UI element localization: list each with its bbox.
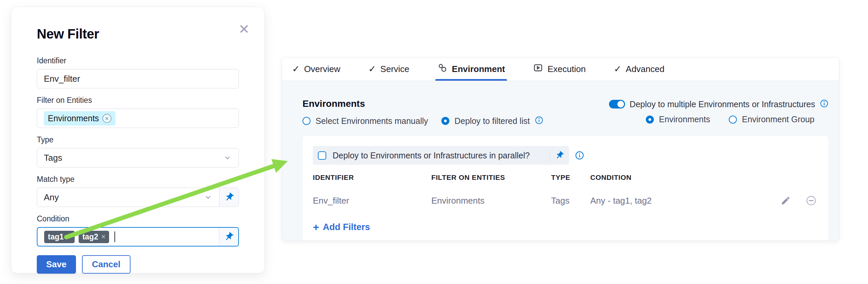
environments-chip-label: Environments [48,114,99,123]
type-select[interactable]: Tags [37,148,239,167]
remove-row-icon[interactable] [805,195,817,206]
info-icon[interactable] [820,99,829,109]
modal-title: New Filter [37,26,239,41]
environments-chip: Environments × [44,111,116,125]
cell-filter-on-entities: Environments [431,196,551,206]
cell-identifier: Env_filter [313,196,431,206]
add-filters-button[interactable]: + Add Filters [313,222,818,232]
filters-table: IDENTIFIER FILTER ON ENTITIES TYPE CONDI… [313,173,818,206]
type-label: Type [37,135,239,144]
edit-pencil-icon[interactable] [781,196,791,206]
tab-environment[interactable]: Environment [437,58,505,81]
radio-unselected-icon[interactable] [729,116,737,123]
tag-chip-label: tag1 [48,232,64,242]
tab-label: Advanced [626,64,664,74]
environment-icon [437,63,447,75]
new-filter-modal: ✕ New Filter Identifier Env_filter Filte… [11,7,265,273]
pipeline-stage-panel: ✓ Overview ✓ Service Environment [282,57,839,241]
tag-chip-label: tag2 [82,232,98,242]
radio-selected-icon[interactable] [441,117,450,125]
match-type-field-group: Match type Any [37,175,239,207]
multi-env-toggle[interactable] [609,100,625,109]
multi-env-controls: Deploy to multiple Environments or Infra… [609,98,829,124]
tab-service[interactable]: ✓ Service [368,58,409,81]
toggle-knob [617,101,624,108]
identifier-field-group: Identifier Env_filter [37,56,239,88]
pin-icon[interactable] [219,188,239,207]
identifier-input[interactable]: Env_filter [37,69,239,88]
col-identifier: IDENTIFIER [313,173,431,181]
remove-tag-icon[interactable]: × [101,232,105,241]
entities-input[interactable]: Environments × [37,109,239,128]
add-filters-label: Add Filters [323,222,370,232]
stage-tabbar: ✓ Overview ✓ Service Environment [282,58,839,81]
radio-label: Deploy to filtered list [455,116,530,126]
entities-field-group: Filter on Entities Environments × [37,96,239,128]
radio-deploy-filtered[interactable]: Deploy to filtered list [441,116,544,126]
chevron-down-icon [204,193,213,202]
chevron-down-icon [223,153,232,162]
condition-input[interactable]: tag1 × tag2 × [37,227,239,247]
radio-unselected-icon[interactable] [303,117,311,125]
check-icon: ✓ [292,65,300,74]
tab-label: Overview [304,64,340,74]
col-filter-on-entities: FILTER ON ENTITIES [431,173,551,181]
type-value: Tags [44,153,62,163]
page: ✕ New Filter Identifier Env_filter Filte… [0,0,868,284]
identifier-label: Identifier [37,56,239,65]
radio-label: Environment Group [742,115,814,124]
modal-actions: Save Cancel [37,255,239,274]
remove-tag-icon[interactable]: × [67,232,71,241]
remove-chip-icon[interactable]: × [102,114,112,123]
condition-field-group: Condition tag1 × tag2 × [37,214,239,247]
tab-label: Execution [548,64,586,74]
table-row[interactable]: Env_filter Environments Tags Any - tag1,… [313,195,818,206]
table-header-row: IDENTIFIER FILTER ON ENTITIES TYPE CONDI… [313,173,818,181]
parallel-checkbox[interactable] [318,151,326,160]
pin-icon[interactable] [219,228,238,246]
cell-condition: Any - tag1, tag2 [590,196,771,206]
plus-icon: + [313,222,319,232]
radio-label: Environments [659,115,710,124]
match-type-label: Match type [37,175,239,184]
parallel-option-bar: Deploy to Environments or Infrastructure… [313,146,569,165]
cell-type: Tags [551,196,590,206]
environment-tab-body: Environments Select Environments manuall… [282,81,839,241]
tag-chip: tag2 × [79,231,109,243]
text-cursor [115,231,115,242]
tab-execution[interactable]: Execution [533,58,586,81]
environments-title: Environments [303,98,544,109]
match-type-value: Any [44,192,59,203]
condition-label: Condition [37,214,239,223]
pin-icon[interactable] [550,151,569,160]
check-icon: ✓ [614,65,621,74]
match-type-select[interactable]: Any [37,188,239,207]
filters-card: Deploy to Environments or Infrastructure… [303,136,829,241]
col-type: TYPE [551,173,590,181]
radio-environment-group[interactable]: Environment Group [729,115,814,124]
cancel-button[interactable]: Cancel [82,255,130,274]
parallel-label: Deploy to Environments or Infrastructure… [333,151,550,161]
radio-selected-icon[interactable] [646,116,654,123]
tab-label: Service [380,64,410,74]
identifier-value: Env_filter [44,74,80,84]
radio-select-manually[interactable]: Select Environments manually [303,116,428,126]
type-field-group: Type Tags [37,135,239,167]
entities-label: Filter on Entities [37,96,239,105]
radio-environments[interactable]: Environments [646,115,710,124]
check-icon: ✓ [368,65,376,74]
tab-label: Environment [452,64,505,74]
execution-icon [533,63,543,75]
tab-advanced[interactable]: ✓ Advanced [614,58,664,81]
environments-section: Environments Select Environments manuall… [303,98,544,126]
tag-chip: tag1 × [44,231,74,243]
tab-overview[interactable]: ✓ Overview [292,58,340,81]
close-icon[interactable]: ✕ [238,23,250,36]
col-condition: CONDITION [590,173,771,181]
radio-label: Select Environments manually [315,116,428,126]
info-icon[interactable] [535,116,544,126]
save-button[interactable]: Save [37,255,76,274]
toggle-label: Deploy to multiple Environments or Infra… [630,100,815,109]
info-icon[interactable] [575,151,584,160]
active-tab-underline [435,79,507,81]
